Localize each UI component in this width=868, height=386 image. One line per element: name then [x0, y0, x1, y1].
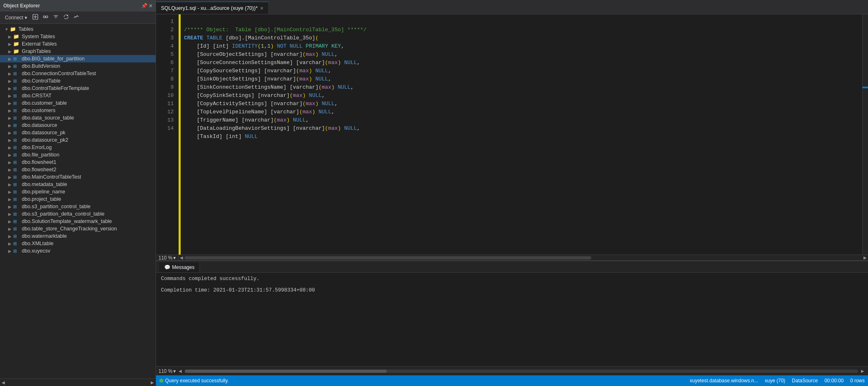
folder-icon: 📁: [10, 26, 17, 32]
close-icon[interactable]: ×: [149, 2, 152, 9]
table-item[interactable]: ▶ ⊞ dbo.ControlTable: [0, 77, 156, 85]
table-item[interactable]: ▶ ⊞ dbo.s3_partition_delta_control_table: [0, 210, 156, 218]
tree-item-label: dbo.ControlTable: [22, 78, 61, 84]
table-item[interactable]: ▶ ⊞ dbo.datasource_pk: [0, 129, 156, 136]
results-scroll-right[interactable]: ▶: [860, 367, 866, 375]
table-item[interactable]: ▶ ⊞ dbo.customer_table: [0, 99, 156, 107]
table-item[interactable]: ▶ ⊞ dbo.xuyecsv: [0, 247, 156, 255]
scroll-left-arrow[interactable]: ◀: [179, 255, 184, 260]
table-item[interactable]: ▶ ⊞ dbo.ConnectionControlTableTest: [0, 70, 156, 77]
table-icon: ⊞: [13, 64, 21, 69]
tree-item-label: dbo.MainControlTableTest: [22, 174, 81, 180]
results-h-scroll-track[interactable]: [185, 370, 858, 373]
tree-item-label: dbo.file_partition: [22, 152, 60, 158]
code-minimap: [862, 14, 868, 255]
table-icon: ⊞: [13, 56, 21, 62]
table-icon: ⊞: [13, 123, 21, 128]
time-label: 00:00:00: [824, 378, 844, 384]
code-content[interactable]: /***** Object: Table [dbo].[MainControlT…: [181, 14, 862, 255]
table-icon: ⊞: [13, 211, 21, 217]
scroll-right-arrow[interactable]: ▶: [862, 255, 868, 260]
table-icon: ⊞: [13, 138, 21, 143]
tree-item-label: dbo.customer_table: [22, 100, 67, 106]
pin-icon[interactable]: 📌: [141, 3, 147, 9]
graph-tables-item[interactable]: ▶ 📁 GraphTables: [0, 48, 156, 55]
editor-area: SQLQuery1.sql - xu...aSource (xuye (70))…: [156, 0, 868, 386]
expand-icon: ▶: [7, 49, 13, 54]
expand-icon: ▶: [7, 131, 13, 135]
table-item[interactable]: ▶ ⊞ dbo.s3_partition_control_table: [0, 203, 156, 210]
results-zoom-icon[interactable]: ▾: [173, 368, 176, 374]
table-item[interactable]: ▶ ⊞ dbo.ErrorLog: [0, 144, 156, 151]
table-item-big[interactable]: ▶ ⊞ dbo.BIG_table_for_partition: [0, 55, 156, 62]
tables-folder-label: Tables: [18, 26, 33, 32]
line-numbers: 1 2 3 4 5 6 7 8 9 10 11 12 13 14: [156, 14, 179, 255]
table-item[interactable]: ▶ ⊞ dbo.flowsheet2: [0, 166, 156, 173]
connect-obj-button[interactable]: [41, 13, 50, 22]
filter-button[interactable]: [51, 13, 60, 22]
expand-icon: ▶: [7, 57, 13, 61]
zoom-selector[interactable]: 110 % ▾: [156, 255, 179, 260]
tab-close-button[interactable]: ×: [260, 5, 264, 11]
table-item[interactable]: ▶ ⊞ dbo.datasource: [0, 122, 156, 129]
messages-tab[interactable]: 💬 Messages: [159, 262, 200, 272]
table-item[interactable]: ▶ ⊞ dbo.MainControlTableTest: [0, 173, 156, 181]
h-scroll-thumb[interactable]: [184, 256, 591, 260]
results-tabs: 💬 Messages: [156, 261, 868, 273]
table-item[interactable]: ▶ ⊞ dbo.CRSTAT: [0, 92, 156, 99]
table-item[interactable]: ▶ ⊞ dbo.ControlTableForTemplate: [0, 85, 156, 92]
connect-button[interactable]: Connect ▾: [2, 14, 30, 21]
table-item[interactable]: ▶ ⊞ dbo.file_partition: [0, 151, 156, 159]
results-h-scroll-thumb[interactable]: [185, 370, 387, 373]
table-icon: ⊞: [13, 145, 21, 150]
table-icon: ⊞: [13, 130, 21, 136]
status-text: Query executed successfully.: [165, 378, 229, 384]
table-icon: ⊞: [13, 78, 21, 84]
refresh-button[interactable]: [62, 13, 71, 22]
expand-icon: ▶: [7, 153, 13, 157]
tree-item-label: dbo.watermarktable: [22, 233, 67, 239]
zoom-dropdown-icon[interactable]: ▾: [173, 255, 176, 261]
system-tables-item[interactable]: ▶ 📁 System Tables: [0, 33, 156, 40]
database-label: DataSource: [792, 378, 818, 384]
table-item[interactable]: ▶ ⊞ dbo.SolutionTemplate_watermark_table: [0, 218, 156, 225]
object-explorer-title: Object Explorer: [3, 3, 40, 9]
expand-icon: ▶: [7, 241, 13, 246]
tree-item-label: dbo.flowsheet2: [22, 167, 56, 172]
external-tables-item[interactable]: ▶ 📁 External Tables: [0, 40, 156, 48]
scroll-left-icon[interactable]: ◀: [2, 380, 5, 385]
table-item[interactable]: ▶ ⊞ dbo.data_source_table: [0, 114, 156, 122]
new-query-button[interactable]: [31, 13, 40, 22]
table-item[interactable]: ▶ ⊞ dbo.watermarktable: [0, 232, 156, 240]
expand-icon: ▶: [7, 182, 13, 187]
h-scroll-track[interactable]: [184, 255, 862, 260]
editor-h-scrollbar[interactable]: 110 % ▾ ◀ ▶: [156, 255, 868, 260]
active-tab[interactable]: SQLQuery1.sql - xu...aSource (xuye (70))…: [156, 2, 269, 14]
table-item-change-tracking[interactable]: ▶ ⊞ dbo.table_store_ChangeTracking_versi…: [0, 225, 156, 232]
table-item[interactable]: ▶ ⊞ dbo.project_table: [0, 195, 156, 203]
table-item[interactable]: ▶ ⊞ dbo.XMLtable: [0, 240, 156, 247]
table-item[interactable]: ▶ ⊞ dbo.metadata_table: [0, 181, 156, 188]
table-item[interactable]: ▶ ⊞ dbo.datasource_pk2: [0, 136, 156, 144]
table-item[interactable]: ▶ ⊞ dbo.customers: [0, 107, 156, 114]
results-scroll-left[interactable]: ◀: [177, 367, 183, 375]
object-explorer-panel: Object Explorer 📌 × Connect ▾: [0, 0, 156, 386]
scroll-right-icon[interactable]: ▶: [151, 380, 154, 385]
table-item[interactable]: ▶ ⊞ dbo.pipeline_name: [0, 188, 156, 195]
tree-item-label: dbo.datasource_pk2: [22, 137, 68, 143]
table-item[interactable]: ▶ ⊞ dbo.flowsheet1: [0, 159, 156, 166]
editor-wrapper: 1 2 3 4 5 6 7 8 9 10 11 12 13 14: [156, 14, 868, 260]
table-icon: ⊞: [13, 197, 21, 202]
status-bar-left: Query executed successfully.: [159, 378, 690, 384]
activity-monitor-button[interactable]: [72, 13, 81, 22]
expand-icon: ▶: [7, 219, 13, 224]
expand-icon: ▶: [7, 138, 13, 142]
results-zoom[interactable]: 110 % ▾: [158, 368, 176, 374]
table-icon: ⊞: [13, 108, 21, 113]
tables-folder[interactable]: ▼ 📁 Tables: [0, 25, 156, 33]
code-editor[interactable]: 1 2 3 4 5 6 7 8 9 10 11 12 13 14: [156, 14, 868, 255]
table-item[interactable]: ▶ ⊞ dbo.BuildVersion: [0, 62, 156, 70]
expand-icon: ▶: [7, 168, 13, 172]
table-icon: ⊞: [13, 219, 21, 224]
oe-toolbar: Connect ▾: [0, 11, 156, 24]
